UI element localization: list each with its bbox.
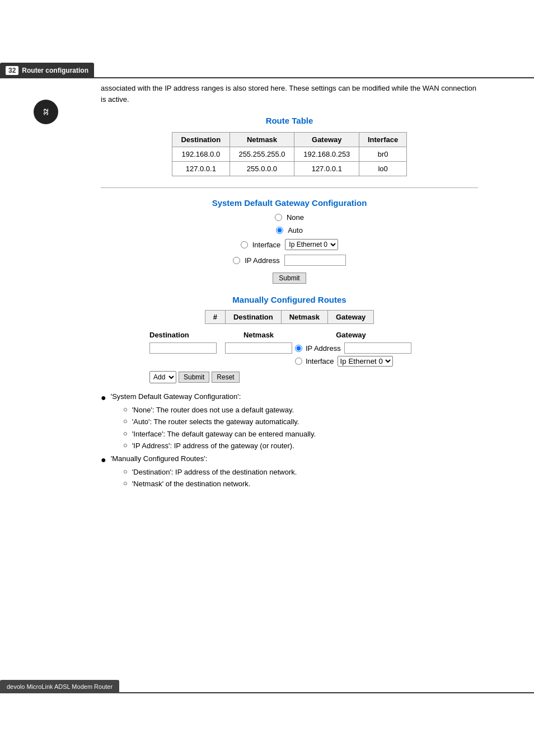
sub-item-1-1: ○ 'Auto': The router selects the gateway…: [123, 417, 478, 427]
bottom-bar: devolo MicroLink ADSL Modem Router: [0, 678, 534, 693]
radio-none[interactable]: [275, 214, 282, 221]
label-gw-ip: IP Address: [306, 344, 341, 353]
radio-gw-ip[interactable]: [295, 345, 302, 352]
netmask-input[interactable]: [225, 342, 292, 354]
sub-bullet-1-1: ○: [123, 417, 128, 425]
sub-text-2-1: 'Netmask' of the destination network.: [132, 479, 251, 489]
gateway-config-section: System Default Gateway Configuration Non…: [101, 198, 478, 284]
sub-text-1-1: 'Auto': The router selects the gateway a…: [132, 417, 299, 427]
form-inputs-row: IP Address Interface Ip Ethernet 0: [144, 342, 435, 367]
label-auto: Auto: [288, 226, 303, 234]
manual-routes-section: Manually Configured Routes # Destination…: [101, 295, 478, 383]
gateway-submit-row: Submit: [101, 273, 478, 284]
col-gateway: Gateway: [327, 311, 373, 324]
action-select[interactable]: Add: [149, 371, 176, 383]
gateway-option-ip: IP Address: [233, 255, 346, 266]
sub-list-1: ○ 'None': The router does not use a defa…: [123, 405, 478, 451]
form-header-netmask: Netmask: [222, 331, 295, 339]
main-content: associated with the IP address ranges is…: [101, 83, 478, 644]
sub-list-2: ○ 'Destination': IP address of the desti…: [123, 467, 478, 489]
gateway-radio-group: None Auto Interface Ip Ethernet 0 IP Add…: [101, 213, 478, 266]
label-ip-address: IP Address: [245, 256, 280, 265]
netmask-input-wrapper: [222, 342, 295, 354]
gateway-config-title: System Default Gateway Configuration: [101, 198, 478, 208]
page-header: 32 Router configuration: [0, 63, 94, 78]
section-divider: [101, 187, 478, 188]
intro-text: associated with the IP address ranges is…: [101, 83, 478, 105]
header-line: [94, 77, 534, 78]
sub-item-1-2: ○ 'Interface': The default gateway can b…: [123, 429, 478, 439]
sub-bullet-2-0: ○: [123, 467, 128, 476]
gateway-interface-row: Interface Ip Ethernet 0: [295, 356, 435, 367]
label-interface: Interface: [252, 241, 281, 249]
cell-interface-0: br0: [359, 147, 407, 162]
cell-gateway-1: 127.0.0.1: [294, 162, 359, 176]
col-hash: #: [205, 311, 225, 324]
manual-routes-table: # Destination Netmask Gateway: [205, 310, 374, 324]
route-table: Destination Netmask Gateway Interface 19…: [172, 132, 407, 176]
sub-bullet-1-2: ○: [123, 429, 128, 438]
bullet-text-1: 'System Default Gateway Configuration':: [111, 392, 241, 401]
bullet-item-2: ● 'Manually Configured Routes':: [101, 454, 478, 465]
manual-submit-button[interactable]: Submit: [179, 372, 209, 383]
radio-gw-interface[interactable]: [295, 358, 302, 365]
destination-input[interactable]: [149, 342, 217, 354]
table-row: 192.168.0.0 255.255.255.0 192.168.0.253 …: [172, 147, 407, 162]
bullet-list-section: ● 'System Default Gateway Configuration'…: [101, 392, 478, 490]
gateway-option-none: None: [275, 213, 304, 222]
sub-text-1-3: 'IP Address': IP address of the gateway …: [132, 441, 294, 451]
top-bar: 32 Router configuration: [0, 63, 534, 78]
radio-ip-address[interactable]: [233, 257, 240, 264]
bottom-bar-line: [119, 692, 534, 693]
cell-gateway-0: 192.168.0.253: [294, 147, 359, 162]
gateway-option-auto: Auto: [276, 226, 303, 234]
form-header-destination: Destination: [144, 331, 222, 339]
sub-text-1-2: 'Interface': The default gateway can be …: [132, 429, 316, 439]
manual-routes-title: Manually Configured Routes: [101, 295, 478, 304]
gateway-submit-button[interactable]: Submit: [273, 273, 306, 284]
gw-interface-select[interactable]: Ip Ethernet 0: [338, 356, 393, 367]
bullet-item-1: ● 'System Default Gateway Configuration'…: [101, 392, 478, 403]
interface-select[interactable]: Ip Ethernet 0: [285, 239, 338, 250]
sub-item-2-1: ○ 'Netmask' of the destination network.: [123, 479, 478, 489]
gateway-input-wrapper: IP Address Interface Ip Ethernet 0: [295, 342, 435, 367]
sub-item-1-0: ○ 'None': The router does not use a defa…: [123, 405, 478, 415]
manual-routes-form: Destination Netmask Gateway IP Address: [144, 331, 435, 383]
radio-auto[interactable]: [276, 227, 283, 234]
col-header-gateway: Gateway: [294, 133, 359, 147]
form-header-gateway: Gateway: [295, 331, 407, 339]
destination-input-wrapper: [144, 342, 222, 354]
gateway-option-interface: Interface Ip Ethernet 0: [241, 239, 339, 250]
col-header-interface: Interface: [359, 133, 407, 147]
side-chapter-icon: 32: [34, 100, 58, 124]
sub-text-2-0: 'Destination': IP address of the destina…: [132, 467, 297, 477]
table-row: 127.0.0.1 255.0.0.0 127.0.0.1 lo0: [172, 162, 407, 176]
page-title: Router configuration: [22, 67, 88, 74]
form-buttons-row: Add Submit Reset: [144, 371, 435, 383]
col-netmask: Netmask: [281, 311, 327, 324]
form-header-row: Destination Netmask Gateway: [144, 331, 435, 339]
label-gw-interface: Interface: [306, 357, 334, 365]
sub-item-1-3: ○ 'IP Address': IP address of the gatewa…: [123, 441, 478, 451]
bullet-icon-2: ●: [101, 454, 106, 465]
radio-interface[interactable]: [241, 241, 248, 248]
gw-ip-input[interactable]: [344, 342, 411, 354]
ip-address-input[interactable]: [284, 255, 346, 266]
page-number: 32: [6, 66, 18, 75]
cell-netmask-1: 255.0.0.0: [229, 162, 294, 176]
label-none: None: [287, 213, 304, 222]
manual-reset-button[interactable]: Reset: [212, 372, 239, 383]
bottom-bar-label: devolo MicroLink ADSL Modem Router: [0, 680, 119, 693]
cell-interface-1: lo0: [359, 162, 407, 176]
bullet-icon-1: ●: [101, 392, 106, 403]
cell-netmask-0: 255.255.255.0: [229, 147, 294, 162]
col-header-destination: Destination: [172, 133, 230, 147]
sub-text-1-0: 'None': The router does not use a defaul…: [132, 405, 294, 415]
sub-bullet-1-0: ○: [123, 405, 128, 414]
col-destination: Destination: [225, 311, 281, 324]
cell-dest-1: 127.0.0.1: [172, 162, 230, 176]
cell-dest-0: 192.168.0.0: [172, 147, 230, 162]
sub-bullet-1-3: ○: [123, 441, 128, 449]
sub-item-2-0: ○ 'Destination': IP address of the desti…: [123, 467, 478, 477]
gateway-ip-row: IP Address: [295, 342, 435, 354]
